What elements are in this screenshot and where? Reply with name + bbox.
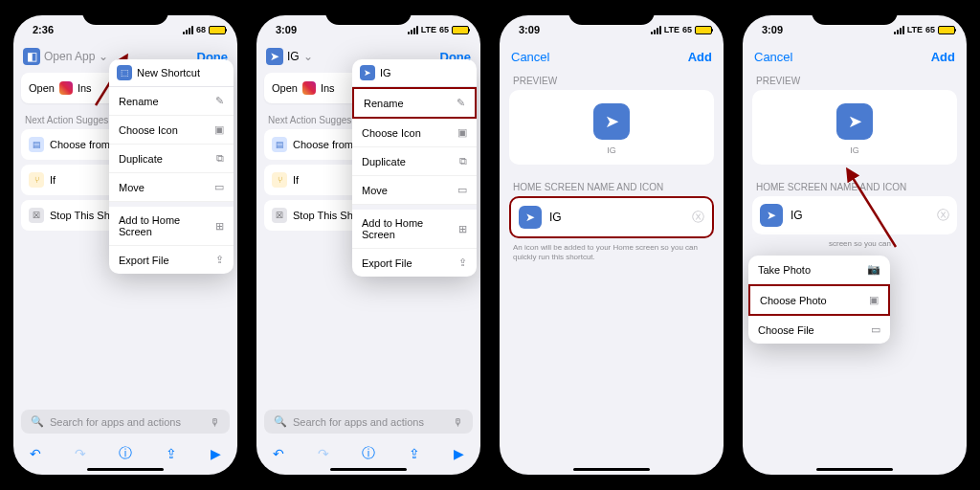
content: Open Ins ⬚ New Shortcut ⇪ Next Action Su… [13,73,237,410]
time: 3:09 [754,24,783,35]
searchbar[interactable]: 🔍 Search for apps and actions 🎙 [21,410,230,434]
instagram-icon [59,81,73,95]
plus-square-icon: ⊞ [215,220,224,233]
screen: 3:09 LTE 65 Cancel Add PREVIEW ➤ IG HOME… [500,15,724,475]
preview-label: PREVIEW [752,70,957,90]
play-icon[interactable]: ▶ [211,446,221,461]
share-icon[interactable]: ⇪ [166,446,177,461]
folder-icon: ▭ [457,184,467,196]
homebar [87,468,164,471]
red-arrow-diag [838,166,905,252]
image-icon: ▣ [457,126,467,139]
name-row[interactable]: ➤ IG ⓧ [509,196,714,238]
menu-head: ➤ IG [352,59,477,87]
battery-icon [938,26,955,34]
menu-export[interactable]: Export File⇪ [352,249,477,277]
time: 3:09 [268,24,297,35]
name-text[interactable]: IG [549,211,562,224]
open-label: Open [272,82,298,94]
chevron-down-icon: ⌄ [303,50,313,63]
content: PREVIEW ➤ IG HOME SCREEN NAME AND ICON ➤… [743,70,967,466]
preview-icon: ➤ [836,103,873,140]
battery-icon [452,26,469,34]
battery-num: 68 [196,25,206,34]
menu-export[interactable]: Export File⇪ [109,246,234,274]
share-icon[interactable]: ⇪ [409,446,420,461]
undo-icon[interactable]: ↶ [30,446,41,461]
clear-icon[interactable]: ⓧ [692,209,704,226]
mic-icon[interactable]: 🎙 [453,416,463,428]
duplicate-icon: ⧉ [459,155,467,167]
menu-choose-icon[interactable]: Choose Icon▣ [352,119,477,147]
status-right: LTE 65 [894,25,955,34]
search-icon: 🔍 [31,415,44,428]
location-icon: ➤ [360,65,375,80]
info-icon[interactable]: ⓘ [362,445,375,462]
info-icon[interactable]: ⓘ [119,445,132,462]
searchbar[interactable]: 🔍 Search for apps and actions 🎙 [264,410,473,434]
instagram-icon [302,81,316,95]
export-icon: ⇪ [215,254,224,266]
phone-1: 2:36 68 ◧ Open App ⌄ Done Open Ins ⬚ [6,8,245,482]
folder-icon: ▭ [871,323,880,336]
camera-icon: 📷 [867,263,880,276]
signal-icon [183,26,193,34]
menu-choose-file[interactable]: Choose File▭ [748,316,890,344]
menu-choose-icon[interactable]: Choose Icon▣ [109,116,234,145]
mic-icon[interactable]: 🎙 [210,416,220,428]
menu-choose-photo[interactable]: Choose Photo▣ [748,284,890,316]
pencil-icon: ✎ [215,95,224,107]
content: PREVIEW ➤ IG HOME SCREEN NAME AND ICON ➤… [500,70,724,466]
time: 2:36 [25,24,54,35]
add-button[interactable]: Add [931,50,955,64]
menu-head: ⬚ New Shortcut [109,59,234,87]
menu-square-icon: ▤ [29,137,44,152]
menu-rename[interactable]: Rename✎ [109,87,234,116]
redo-icon[interactable]: ↷ [318,446,329,461]
branch-icon: ⑂ [272,172,287,188]
phone-2: 3:09 LTE 65 ➤ IG ⌄ Done Open Ins ➤ [249,8,488,482]
search-placeholder: Search for apps and actions [293,416,424,428]
redo-icon[interactable]: ↷ [75,446,86,461]
home-label: HOME SCREEN NAME AND ICON [509,176,714,196]
cancel-button[interactable]: Cancel [754,50,792,64]
undo-icon[interactable]: ↶ [273,446,284,461]
preview-label: PREVIEW [509,70,714,90]
ins-label: Ins [78,82,92,94]
battery-icon [695,26,712,34]
notch [812,8,898,25]
add-button[interactable]: Add [688,50,712,64]
menu-duplicate[interactable]: Duplicate⧉ [352,147,477,176]
preview-name: IG [607,145,616,155]
menu-add-home[interactable]: Add to Home Screen⊞ [352,210,477,249]
menu-add-home[interactable]: Add to Home Screen⊞ [109,207,234,246]
help-text: An icon will be added to your Home scree… [509,238,714,268]
cancel-button[interactable]: Cancel [511,50,549,64]
homebar [330,468,407,471]
signal-icon [651,26,661,34]
folder-icon: ▭ [214,181,224,193]
svg-line-1 [850,173,896,247]
duplicate-icon: ⧉ [216,152,224,165]
menu-move[interactable]: Move▭ [352,176,477,205]
time: 3:09 [511,24,540,35]
row-icon[interactable]: ➤ [760,204,783,227]
export-icon: ⇪ [458,256,467,269]
menu-move[interactable]: Move▭ [109,173,234,202]
battery-num: 65 [925,25,935,34]
menu-duplicate[interactable]: Duplicate⧉ [109,145,234,173]
clear-icon[interactable]: ⓧ [937,207,949,224]
preview-icon: ➤ [593,103,630,140]
play-icon[interactable]: ▶ [454,446,464,461]
phone-3: 3:09 LTE 65 Cancel Add PREVIEW ➤ IG HOME… [492,8,731,482]
lte-label: LTE [421,25,436,34]
name-text[interactable]: IG [791,209,803,222]
menu-rename[interactable]: Rename✎ [352,87,477,119]
app-icon: ◧ [23,48,40,65]
pencil-icon: ✎ [457,97,465,109]
row-icon[interactable]: ➤ [519,206,542,229]
stop-icon: ☒ [272,208,287,223]
context-menu: ➤ IG Rename✎ Choose Icon▣ Duplicate⧉ Mov… [352,59,477,277]
header-title[interactable]: ➤ IG ⌄ [266,48,313,65]
menu-take-photo[interactable]: Take Photo📷 [748,256,890,284]
